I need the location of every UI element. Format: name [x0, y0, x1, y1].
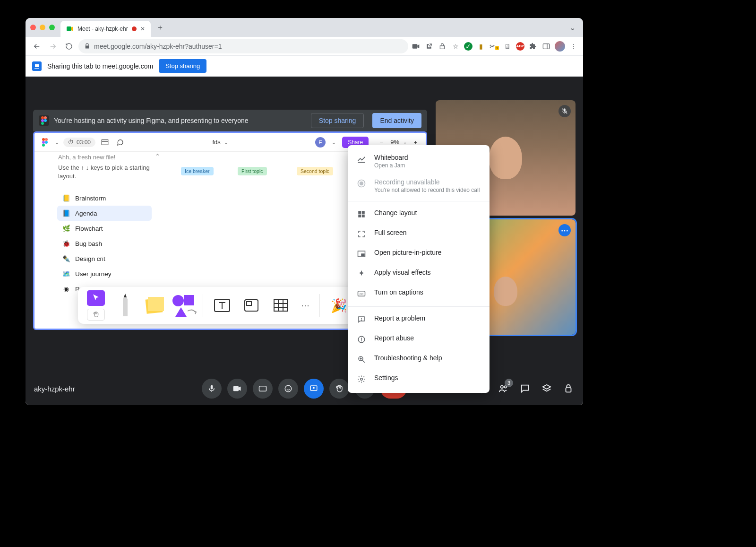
topic-pill-2[interactable]: First topic	[238, 167, 267, 175]
timer-avatar-icon: ⏱	[68, 139, 74, 146]
svg-point-42	[361, 341, 362, 341]
svg-line-44	[362, 360, 365, 363]
select-tool[interactable]	[86, 290, 106, 321]
tile-more-icon[interactable]: ⋯	[558, 224, 571, 236]
shape-tool[interactable]	[173, 290, 194, 321]
pip-icon	[356, 249, 367, 259]
flowchart-icon: 🌿	[62, 224, 70, 233]
menu-report-abuse[interactable]: Report abuse	[348, 330, 490, 349]
end-activity-button[interactable]: End activity	[372, 113, 421, 128]
zoom-value[interactable]: 9%	[390, 139, 399, 146]
new-tab-button[interactable]: ＋	[154, 21, 167, 34]
close-window-icon[interactable]	[30, 25, 36, 30]
chrome-menu-icon[interactable]: ⋮	[569, 42, 578, 51]
menu-whiteboard[interactable]: Whiteboard Open a Jam	[348, 149, 490, 174]
timer-chip[interactable]: ⏱ 03:00	[63, 138, 95, 147]
more-tools[interactable]: ⋯	[300, 290, 311, 321]
meet-bottom-bar: aky-hzpk-ehr ⋮ 3	[26, 372, 583, 405]
activities-button[interactable]	[541, 382, 553, 395]
svg-rect-23	[274, 300, 287, 311]
extension-scissors-icon[interactable]: ✂︎1	[490, 42, 499, 51]
tabs-dropdown-icon[interactable]: ⌄	[569, 23, 576, 32]
panel-icon[interactable]	[99, 137, 111, 148]
template-flowchart[interactable]: 🌿Flowchart	[57, 221, 152, 236]
marker-tool[interactable]	[115, 290, 136, 321]
svg-point-5	[44, 116, 47, 119]
people-button[interactable]: 3	[497, 382, 509, 395]
radio-icon: ◉	[62, 285, 70, 293]
extension-monitor-icon[interactable]: 🖥	[503, 42, 512, 51]
menu-change-layout[interactable]: Change layout	[348, 204, 490, 224]
collaborator-avatar[interactable]: E	[315, 137, 326, 148]
svg-rect-22	[247, 302, 251, 305]
section-tool[interactable]	[241, 290, 262, 321]
captions-button[interactable]	[253, 379, 273, 399]
starter-heading: Ahh, a fresh new file!	[58, 154, 153, 161]
url-text: meet.google.com/aky-hzpk-ehr?authuser=1	[94, 43, 222, 50]
title-chevron-icon[interactable]: ⌄	[223, 139, 229, 146]
template-userjourney[interactable]: 🗺️User journey	[57, 266, 152, 281]
figma-menu-icon[interactable]	[39, 137, 51, 148]
template-list: 📒Brainstorm 📘Agenda 🌿Flowchart 🐞Bug bash…	[57, 191, 152, 296]
menu-report-problem[interactable]: Report a problem	[348, 310, 490, 330]
menu-pip[interactable]: Open picture-in-picture	[348, 244, 490, 264]
menu-fullscreen[interactable]: Full screen	[348, 224, 490, 244]
extension-notes-icon[interactable]: ▮	[476, 42, 486, 51]
stop-sharing-button[interactable]: Stop sharing	[159, 59, 206, 73]
sidepanel-icon[interactable]	[541, 42, 551, 51]
svg-point-10	[45, 138, 48, 141]
back-button[interactable]	[30, 40, 43, 53]
template-designcrit[interactable]: ✒️Design crit	[57, 251, 152, 266]
meet-favicon-icon	[66, 25, 74, 33]
extension-green-icon[interactable]: ✓	[464, 42, 472, 51]
sticky-tool[interactable]	[144, 290, 165, 321]
menu-recording: Recording unavailable You're not allowed…	[348, 174, 490, 198]
window-controls[interactable]	[30, 25, 55, 30]
menu-visual-effects[interactable]: Apply visual effects	[348, 264, 490, 284]
table-tool[interactable]	[270, 290, 291, 321]
menu-settings[interactable]: Settings	[348, 369, 490, 389]
svg-rect-48	[259, 386, 266, 391]
stamp-tool[interactable]: 🎉	[328, 290, 349, 321]
close-tab-icon[interactable]: ✕	[140, 26, 145, 32]
menu-captions[interactable]: CC Turn on captions	[348, 284, 490, 304]
minimize-window-icon[interactable]	[40, 25, 45, 30]
reactions-button[interactable]	[278, 379, 298, 399]
collapse-icon[interactable]: ⌃	[155, 153, 160, 160]
host-controls-button[interactable]	[562, 382, 575, 395]
raise-hand-button[interactable]	[329, 379, 349, 399]
extension-abp-icon[interactable]: ABP	[516, 42, 524, 51]
present-button[interactable]	[304, 379, 324, 399]
stop-sharing-activity-button[interactable]: Stop sharing	[311, 113, 364, 128]
troubleshoot-icon	[356, 354, 367, 365]
bookmark-star-icon[interactable]: ☆	[451, 42, 460, 51]
figma-doc-title[interactable]: fds	[212, 139, 220, 146]
chat-button[interactable]	[519, 382, 531, 395]
muted-icon	[558, 105, 571, 117]
text-tool[interactable]	[212, 290, 232, 321]
meeting-code: aky-hzpk-ehr	[34, 385, 75, 393]
open-external-icon[interactable]	[424, 42, 434, 51]
forward-button[interactable]	[46, 40, 60, 53]
template-bugbash[interactable]: 🐞Bug bash	[57, 236, 152, 251]
menu-troubleshoot[interactable]: Troubleshooting & help	[348, 349, 490, 369]
extensions-area: ☆ ✓ ▮ ✂︎1 🖥 ABP ⋮	[411, 41, 578, 52]
activity-text: You're hosting an activity using Figma, …	[54, 117, 249, 124]
mic-button[interactable]	[202, 379, 222, 399]
topic-pill-1[interactable]: Ice breaker	[181, 167, 214, 175]
address-bar[interactable]: meet.google.com/aky-hzpk-ehr?authuser=1	[78, 39, 408, 53]
comment-icon[interactable]	[114, 137, 126, 148]
share-icon[interactable]	[438, 42, 447, 51]
svg-point-4	[41, 116, 44, 119]
template-brainstorm[interactable]: 📒Brainstorm	[57, 191, 152, 206]
topic-pill-3[interactable]: Second topic	[297, 167, 333, 175]
maximize-window-icon[interactable]	[49, 25, 55, 30]
browser-tab[interactable]: Meet - aky-hzpk-ehr ✕	[60, 21, 151, 37]
recording-indicator-icon	[132, 26, 137, 31]
extensions-puzzle-icon[interactable]	[528, 42, 538, 51]
reload-button[interactable]	[62, 40, 76, 53]
camera-button[interactable]	[227, 379, 247, 399]
camera-icon[interactable]	[411, 42, 421, 51]
profile-avatar[interactable]	[555, 41, 565, 52]
template-agenda[interactable]: 📘Agenda	[57, 206, 152, 221]
